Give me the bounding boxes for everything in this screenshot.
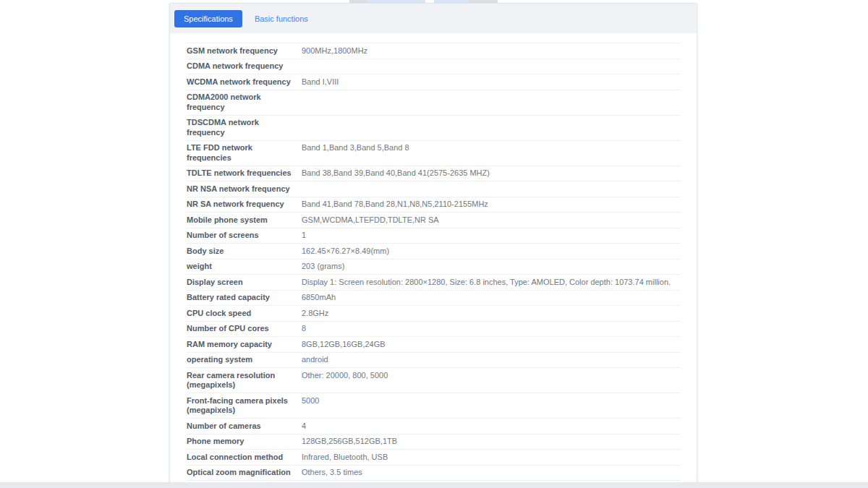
spec-label: TDSCDMA network frequency (187, 118, 302, 137)
spec-value: GSM,WCDMA,LTEFDD,TDLTE,NR SA (302, 215, 681, 226)
table-row: LTE FDD network frequenciesBand 1,Band 3… (187, 141, 681, 166)
spec-value: 6850mAh (302, 293, 681, 303)
spec-value: Display 1: Screen resolution: 2800×1280,… (302, 278, 681, 288)
table-row: Display screenDisplay 1: Screen resoluti… (187, 275, 681, 291)
spec-label: RAM memory capacity (187, 340, 302, 350)
spec-value: Band 41,Band 78,Band 28,N1,N8,N5,2110-21… (302, 200, 681, 210)
spec-value: 900MHz,1800MHz (302, 46, 681, 56)
page-bottom-strip (0, 482, 868, 488)
spec-label: Number of screens (187, 231, 302, 241)
spec-label: Phone memory (187, 437, 302, 447)
spec-value (302, 118, 681, 128)
spec-label: Display screen (187, 278, 302, 288)
spec-value: 203 (grams) (302, 262, 681, 272)
spec-label: CPU clock speed (187, 309, 302, 319)
page: Specifications Basic functions GSM netwo… (0, 0, 868, 488)
spec-label: Front-facing camera pixels (megapixels) (187, 396, 302, 416)
spec-label: LTE FDD network frequencies (187, 143, 302, 163)
spec-value: Infrared, Bluetooth, USB (302, 453, 681, 463)
table-row: weight203 (grams) (187, 260, 681, 275)
spec-label: NR NSA network frequency (187, 184, 302, 194)
table-row: WCDMA network frequencyBand I,VIII (187, 74, 681, 90)
table-row: Front-facing camera pixels (megapixels)5… (187, 393, 681, 419)
spec-value: 128GB,256GB,512GB,1TB (302, 437, 681, 447)
tab-specifications[interactable]: Specifications (174, 10, 242, 27)
spec-value: 2.8GHz (302, 309, 681, 319)
spec-value: Others, 3.5 times (302, 468, 681, 478)
spec-value: 8GB,12GB,16GB,24GB (302, 340, 681, 350)
spec-value: Other: 20000, 800, 5000 (302, 371, 681, 381)
spec-value: 4 (302, 421, 681, 432)
table-row: TDSCDMA network frequency (187, 116, 681, 141)
table-row: Mobile phone systemGSM,WCDMA,LTEFDD,TDLT… (187, 213, 681, 228)
spec-value (302, 184, 681, 194)
spec-label: Body size (187, 247, 302, 257)
table-row: RAM memory capacity8GB,12GB,16GB,24GB (187, 337, 681, 353)
tab-bar: Specifications Basic functions (170, 4, 697, 33)
table-row: CDMA2000 network frequency (187, 90, 681, 116)
spec-label: Mobile phone system (187, 215, 302, 226)
table-row: GSM network frequency900MHz,1800MHz (187, 43, 681, 59)
spec-label: NR SA network frequency (187, 200, 302, 210)
spec-label: GSM network frequency (187, 46, 302, 56)
spec-value: android (302, 355, 681, 365)
spec-value: 5000 (302, 396, 681, 406)
table-row: Number of cameras4 (187, 419, 681, 435)
table-row: CDMA network frequency (187, 59, 681, 75)
spec-label: CDMA network frequency (187, 61, 302, 72)
spec-label: Rear camera resolution (megapixels) (187, 371, 302, 390)
spec-label: WCDMA network frequency (187, 77, 302, 87)
spec-value: 162.45×76.27×8.49(mm) (302, 247, 681, 257)
spec-value (302, 61, 681, 72)
table-row: NR NSA network frequency (187, 181, 681, 197)
spec-label: Optical zoom magnification (187, 468, 302, 478)
spec-label: Number of CPU cores (187, 324, 302, 334)
table-row: Number of screens1 (187, 228, 681, 244)
table-row: NR SA network frequencyBand 41,Band 78,B… (187, 197, 681, 213)
table-row: CPU clock speed2.8GHz (187, 306, 681, 322)
spec-value: 1 (302, 231, 681, 241)
spec-label: operating system (187, 355, 302, 365)
spec-value: Band 38,Band 39,Band 40,Band 41(2575-263… (302, 168, 681, 179)
table-row: Number of CPU cores8 (187, 322, 681, 338)
spec-value: Band I,VIII (302, 77, 681, 87)
table-row: Body size162.45×76.27×8.49(mm) (187, 244, 681, 260)
spec-label: weight (187, 262, 302, 272)
spec-table: GSM network frequency900MHz,1800MHzCDMA … (187, 43, 681, 488)
table-row: Optical zoom magnificationOthers, 3.5 ti… (187, 466, 681, 481)
spec-value (302, 93, 681, 103)
spec-card: Specifications Basic functions GSM netwo… (169, 3, 697, 483)
spec-label: Number of cameras (187, 421, 302, 432)
table-row: Local connection methodInfrared, Bluetoo… (187, 450, 681, 466)
spec-label: Battery rated capacity (187, 293, 302, 303)
spec-value: Band 1,Band 3,Band 5,Band 8 (302, 143, 681, 153)
tab-basic-functions[interactable]: Basic functions (255, 14, 308, 23)
table-row: TDLTE network frequenciesBand 38,Band 39… (187, 166, 681, 182)
table-row: Rear camera resolution (megapixels)Other… (187, 368, 681, 393)
spec-label: TDLTE network frequencies (187, 168, 302, 179)
table-row: Battery rated capacity6850mAh (187, 291, 681, 307)
spec-value: 8 (302, 324, 681, 334)
spec-label: Local connection method (187, 453, 302, 463)
table-row: Phone memory128GB,256GB,512GB,1TB (187, 435, 681, 450)
spec-label: CDMA2000 network frequency (187, 93, 302, 112)
table-row: operating systemandroid (187, 353, 681, 369)
